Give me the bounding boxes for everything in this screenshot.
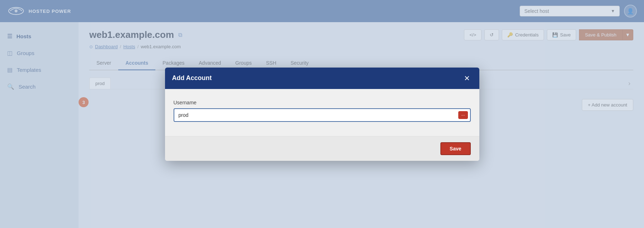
username-form-group: Username ··· [174,100,471,122]
modal-header: Add Account ✕ [165,68,479,89]
username-input-wrapper: ··· [174,108,471,122]
modal-footer: Save [165,136,479,161]
modal-body: Username ··· [165,89,479,136]
username-suffix-button[interactable]: ··· [458,111,468,119]
modal-title: Add Account [172,74,212,82]
modal-close-button[interactable]: ✕ [462,73,472,83]
add-account-modal: Add Account ✕ Username ··· Save [165,68,479,161]
username-input[interactable] [174,108,471,122]
modal-save-button[interactable]: Save [440,142,471,155]
modal-overlay: Add Account ✕ Username ··· Save [0,0,644,228]
username-label: Username [174,100,471,105]
